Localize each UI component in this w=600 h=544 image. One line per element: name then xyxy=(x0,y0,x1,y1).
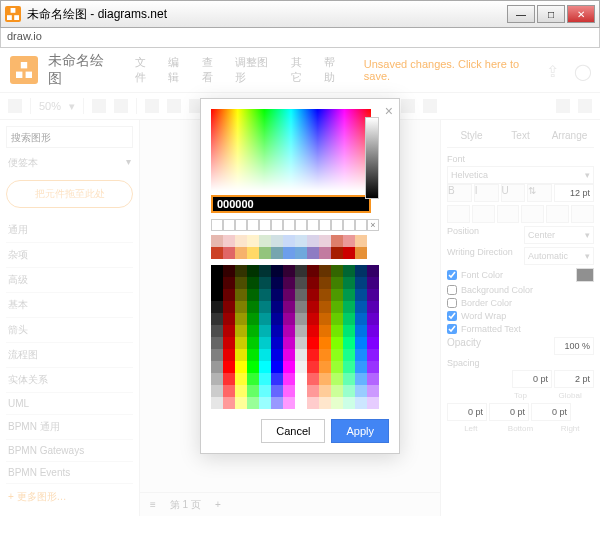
swatch-color[interactable] xyxy=(307,397,319,409)
swatch-color[interactable] xyxy=(367,337,379,349)
swatch-color[interactable] xyxy=(319,385,331,397)
swatch-color[interactable] xyxy=(295,337,307,349)
close-button[interactable]: ✕ xyxy=(567,5,595,23)
swatch-color[interactable] xyxy=(319,301,331,313)
swatch-color[interactable] xyxy=(271,313,283,325)
recent-slot[interactable] xyxy=(355,219,367,231)
swatch-color[interactable] xyxy=(259,373,271,385)
swatch-color[interactable] xyxy=(295,325,307,337)
swatch-color[interactable] xyxy=(259,385,271,397)
preset-color[interactable] xyxy=(223,247,235,259)
swatch-color[interactable] xyxy=(259,361,271,373)
swatch-color[interactable] xyxy=(331,265,343,277)
swatch-color[interactable] xyxy=(367,265,379,277)
swatch-color[interactable] xyxy=(271,265,283,277)
swatch-color[interactable] xyxy=(283,361,295,373)
swatch-color[interactable] xyxy=(235,349,247,361)
preset-color[interactable] xyxy=(271,247,283,259)
recent-slot[interactable] xyxy=(223,219,235,231)
swatch-color[interactable] xyxy=(283,301,295,313)
swatch-color[interactable] xyxy=(283,373,295,385)
swatch-color[interactable] xyxy=(295,289,307,301)
swatch-color[interactable] xyxy=(307,361,319,373)
swatch-color[interactable] xyxy=(343,301,355,313)
preset-color[interactable] xyxy=(331,247,343,259)
preset-color[interactable] xyxy=(295,235,307,247)
preset-color[interactable] xyxy=(355,247,367,259)
swatch-color[interactable] xyxy=(319,289,331,301)
swatch-color[interactable] xyxy=(319,397,331,409)
swatch-color[interactable] xyxy=(235,277,247,289)
swatch-color[interactable] xyxy=(211,313,223,325)
swatch-color[interactable] xyxy=(295,313,307,325)
recent-slot[interactable] xyxy=(343,219,355,231)
swatch-color[interactable] xyxy=(271,301,283,313)
swatch-color[interactable] xyxy=(355,277,367,289)
swatch-color[interactable] xyxy=(355,385,367,397)
recent-slot[interactable] xyxy=(295,219,307,231)
swatch-color[interactable] xyxy=(343,397,355,409)
swatch-color[interactable] xyxy=(331,277,343,289)
swatch-color[interactable] xyxy=(247,301,259,313)
swatch-color[interactable] xyxy=(271,289,283,301)
swatch-color[interactable] xyxy=(331,373,343,385)
preset-color[interactable] xyxy=(319,235,331,247)
swatch-color[interactable] xyxy=(367,325,379,337)
swatch-color[interactable] xyxy=(259,277,271,289)
swatch-color[interactable] xyxy=(211,289,223,301)
swatch-color[interactable] xyxy=(307,301,319,313)
swatch-color[interactable] xyxy=(223,289,235,301)
swatch-color[interactable] xyxy=(247,385,259,397)
swatch-color[interactable] xyxy=(223,325,235,337)
swatch-color[interactable] xyxy=(283,289,295,301)
swatch-color[interactable] xyxy=(211,337,223,349)
swatch-color[interactable] xyxy=(223,337,235,349)
swatch-color[interactable] xyxy=(307,373,319,385)
swatch-color[interactable] xyxy=(235,265,247,277)
swatch-color[interactable] xyxy=(343,265,355,277)
swatch-color[interactable] xyxy=(247,313,259,325)
swatch-color[interactable] xyxy=(271,361,283,373)
swatch-color[interactable] xyxy=(331,301,343,313)
preset-color[interactable] xyxy=(307,247,319,259)
swatch-color[interactable] xyxy=(331,361,343,373)
swatch-color[interactable] xyxy=(283,277,295,289)
swatch-color[interactable] xyxy=(319,361,331,373)
swatch-color[interactable] xyxy=(355,361,367,373)
swatch-color[interactable] xyxy=(343,325,355,337)
swatch-color[interactable] xyxy=(211,325,223,337)
swatch-color[interactable] xyxy=(367,361,379,373)
lightness-slider[interactable] xyxy=(365,117,379,199)
preset-color[interactable] xyxy=(211,247,223,259)
swatch-color[interactable] xyxy=(367,397,379,409)
swatch-color[interactable] xyxy=(355,301,367,313)
swatch-color[interactable] xyxy=(367,301,379,313)
swatch-color[interactable] xyxy=(319,265,331,277)
swatch-color[interactable] xyxy=(319,325,331,337)
swatch-color[interactable] xyxy=(271,337,283,349)
recent-slot[interactable] xyxy=(235,219,247,231)
swatch-color[interactable] xyxy=(295,397,307,409)
swatch-color[interactable] xyxy=(283,265,295,277)
swatch-color[interactable] xyxy=(259,265,271,277)
swatch-color[interactable] xyxy=(211,373,223,385)
swatch-color[interactable] xyxy=(355,397,367,409)
preset-color[interactable] xyxy=(331,235,343,247)
recent-slot[interactable] xyxy=(331,219,343,231)
swatch-color[interactable] xyxy=(211,301,223,313)
minimize-button[interactable]: — xyxy=(507,5,535,23)
swatch-color[interactable] xyxy=(343,277,355,289)
swatch-color[interactable] xyxy=(355,289,367,301)
hex-input[interactable]: 000000 xyxy=(211,195,371,213)
preset-color[interactable] xyxy=(295,247,307,259)
preset-color[interactable] xyxy=(355,235,367,247)
swatch-color[interactable] xyxy=(367,277,379,289)
preset-color[interactable] xyxy=(235,247,247,259)
swatch-color[interactable] xyxy=(223,301,235,313)
swatch-color[interactable] xyxy=(223,277,235,289)
swatch-color[interactable] xyxy=(223,313,235,325)
swatch-color[interactable] xyxy=(343,289,355,301)
swatch-color[interactable] xyxy=(331,313,343,325)
swatch-color[interactable] xyxy=(331,397,343,409)
swatch-color[interactable] xyxy=(247,289,259,301)
